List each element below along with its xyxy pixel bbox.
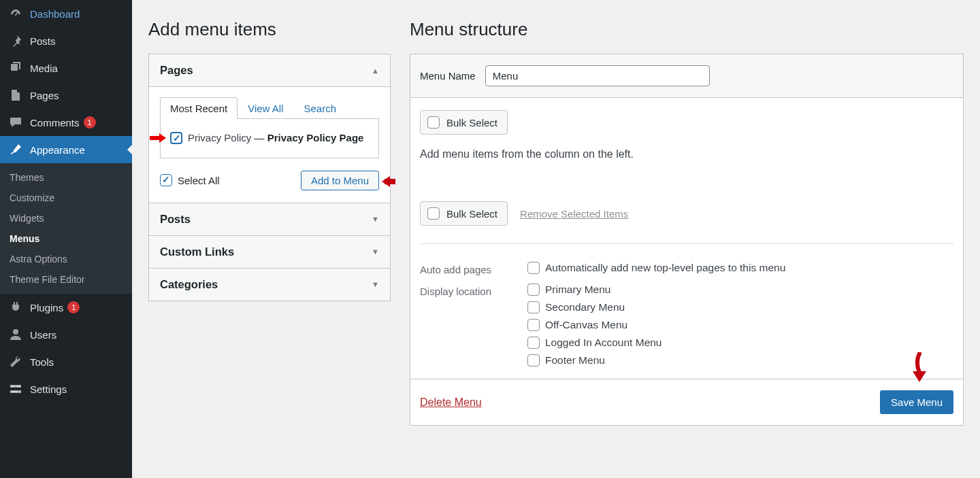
auto-add-row: Auto add pages Automatically add new top… bbox=[420, 262, 953, 275]
sidebar-item-pages[interactable]: Pages bbox=[0, 82, 132, 109]
annotation-arrow-right-icon bbox=[150, 133, 167, 143]
page-item-detail: Privacy Policy Page bbox=[267, 132, 364, 143]
svg-point-0 bbox=[13, 329, 18, 335]
loc-logged-in[interactable]: Logged In Account Menu bbox=[527, 337, 953, 349]
empty-menu-hint: Add menu items from the column on the le… bbox=[420, 148, 953, 160]
accordion-pages-header[interactable]: Pages ▲ bbox=[149, 54, 390, 86]
sidebar-item-tools[interactable]: Tools bbox=[0, 348, 132, 375]
sidebar-item-label: Media bbox=[30, 63, 58, 74]
main-content: Add menu items Pages ▲ Most Recent View … bbox=[132, 0, 980, 478]
page-icon bbox=[8, 88, 23, 103]
loc-secondary-checkbox[interactable] bbox=[527, 301, 540, 313]
bulk-select-bottom-checkbox[interactable] bbox=[427, 207, 440, 220]
sidebar-item-label: Comments bbox=[30, 117, 80, 129]
add-to-menu-button[interactable]: Add to Menu bbox=[301, 171, 379, 190]
loc-footer-checkbox[interactable] bbox=[527, 354, 540, 366]
page-item-name: Privacy Policy bbox=[188, 132, 251, 143]
menu-structure-box: Menu Name Bulk Select Add menu items fro… bbox=[410, 54, 964, 426]
sidebar-item-label: Tools bbox=[30, 356, 54, 368]
media-icon bbox=[8, 61, 23, 75]
auto-add-option[interactable]: Automatically add new top-level pages to… bbox=[527, 262, 953, 274]
remove-selected-link[interactable]: Remove Selected Items bbox=[520, 208, 628, 220]
divider bbox=[420, 243, 953, 244]
submenu-themes[interactable]: Themes bbox=[0, 167, 132, 188]
page-item-row: Privacy Policy — Privacy Policy Page bbox=[170, 129, 369, 148]
loc-offcanvas-text: Off-Canvas Menu bbox=[545, 319, 627, 331]
tab-view-all[interactable]: View All bbox=[238, 97, 293, 119]
loc-secondary-text: Secondary Menu bbox=[545, 301, 625, 313]
wrench-icon bbox=[8, 354, 23, 369]
pages-tab-body: Privacy Policy — Privacy Policy Page bbox=[160, 118, 379, 158]
gauge-icon bbox=[8, 6, 23, 21]
sidebar-item-settings[interactable]: Settings bbox=[0, 375, 132, 403]
submenu-theme-file-editor[interactable]: Theme File Editor bbox=[0, 269, 132, 290]
save-menu-button[interactable]: Save Menu bbox=[880, 390, 953, 414]
sidebar-item-label: Appearance bbox=[30, 144, 85, 156]
annotation-arrow-down-icon bbox=[910, 352, 929, 383]
sidebar-item-media[interactable]: Media bbox=[0, 54, 132, 82]
auto-add-label: Auto add pages bbox=[420, 262, 527, 275]
sidebar-item-comments[interactable]: Comments 1 bbox=[0, 109, 132, 136]
submenu-menus[interactable]: Menus bbox=[0, 228, 132, 249]
menu-structure-body: Bulk Select Add menu items from the colu… bbox=[410, 98, 963, 379]
accordion-label: Categories bbox=[160, 278, 218, 291]
loc-primary-text: Primary Menu bbox=[545, 284, 610, 296]
appearance-submenu: Themes Customize Widgets Menus Astra Opt… bbox=[0, 163, 132, 294]
menu-name-input[interactable] bbox=[485, 65, 710, 86]
bulk-select-top-checkbox[interactable] bbox=[427, 116, 440, 129]
loc-primary[interactable]: Primary Menu bbox=[527, 284, 953, 296]
accordion-categories-header[interactable]: Categories ▼ bbox=[149, 268, 390, 301]
menu-structure-title: Menu structure bbox=[410, 19, 964, 40]
loc-secondary[interactable]: Secondary Menu bbox=[527, 301, 953, 313]
display-location-row: Display location Primary Menu Secondary … bbox=[420, 284, 953, 366]
tab-most-recent[interactable]: Most Recent bbox=[160, 97, 238, 119]
sidebar-item-appearance[interactable]: Appearance bbox=[0, 136, 132, 163]
menu-settings-table: Auto add pages Automatically add new top… bbox=[420, 262, 953, 366]
bulk-select-label: Bulk Select bbox=[446, 117, 497, 129]
sidebar-item-label: Pages bbox=[30, 90, 59, 101]
submenu-astra-options[interactable]: Astra Options bbox=[0, 249, 132, 269]
admin-sidebar: Dashboard Posts Media Pages Comments 1 A… bbox=[0, 0, 132, 478]
loc-logged-in-checkbox[interactable] bbox=[527, 337, 540, 349]
auto-add-checkbox[interactable] bbox=[527, 262, 540, 274]
accordion-label: Pages bbox=[160, 64, 193, 77]
loc-primary-checkbox[interactable] bbox=[527, 284, 540, 296]
caret-down-icon: ▼ bbox=[372, 280, 379, 288]
submenu-customize[interactable]: Customize bbox=[0, 188, 132, 208]
loc-footer[interactable]: Footer Menu bbox=[527, 354, 953, 366]
sidebar-item-label: Settings bbox=[30, 383, 67, 395]
page-item-checkbox[interactable] bbox=[170, 132, 182, 144]
menu-name-label: Menu Name bbox=[420, 70, 476, 82]
sidebar-item-users[interactable]: Users bbox=[0, 321, 132, 348]
bulk-select-top-button[interactable]: Bulk Select bbox=[420, 110, 508, 135]
annotation-arrow-left-icon bbox=[376, 176, 395, 187]
caret-down-icon: ▼ bbox=[372, 215, 379, 223]
select-all-row[interactable]: Select All bbox=[160, 174, 220, 186]
sliders-icon bbox=[8, 381, 23, 396]
sidebar-item-label: Plugins bbox=[30, 302, 63, 313]
submenu-widgets[interactable]: Widgets bbox=[0, 208, 132, 228]
accordion-label: Custom Links bbox=[160, 245, 234, 258]
accordion-posts-header[interactable]: Posts ▼ bbox=[149, 203, 390, 235]
sidebar-item-posts[interactable]: Posts bbox=[0, 27, 132, 54]
sidebar-item-dashboard[interactable]: Dashboard bbox=[0, 0, 132, 27]
bulk-select-label: Bulk Select bbox=[446, 208, 497, 220]
delete-menu-link[interactable]: Delete Menu bbox=[420, 396, 482, 409]
select-all-checkbox[interactable] bbox=[160, 174, 172, 186]
accordion-custom-links-header[interactable]: Custom Links ▼ bbox=[149, 235, 390, 268]
comment-icon bbox=[8, 115, 23, 130]
tab-search[interactable]: Search bbox=[293, 97, 346, 119]
loc-offcanvas-checkbox[interactable] bbox=[527, 319, 540, 331]
add-menu-items-column: Add menu items Pages ▲ Most Recent View … bbox=[148, 0, 391, 478]
loc-offcanvas[interactable]: Off-Canvas Menu bbox=[527, 319, 953, 331]
loc-logged-in-text: Logged In Account Menu bbox=[545, 337, 662, 349]
plug-icon bbox=[8, 300, 23, 315]
menu-structure-footer: Delete Menu Save Menu bbox=[410, 379, 963, 425]
select-all-label: Select All bbox=[178, 175, 220, 186]
bulk-select-bottom-button[interactable]: Bulk Select bbox=[420, 201, 508, 226]
pin-icon bbox=[8, 33, 23, 48]
sidebar-item-label: Posts bbox=[30, 35, 56, 47]
sidebar-item-plugins[interactable]: Plugins 1 bbox=[0, 294, 132, 321]
display-location-label: Display location bbox=[420, 284, 527, 297]
sidebar-item-label: Users bbox=[30, 329, 56, 341]
